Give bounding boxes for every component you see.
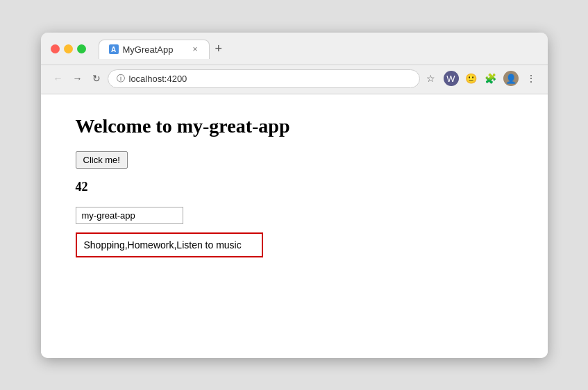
page-title: Welcome to my-great-app [76,115,513,137]
avatar-icon[interactable]: W [444,71,459,86]
counter-display: 42 [76,180,513,194]
minimize-window-button[interactable] [64,44,73,53]
emoji-icon[interactable]: 🙂 [464,71,478,85]
refresh-button[interactable]: ↻ [90,71,103,85]
tab-close-button[interactable]: × [191,44,199,54]
browser-window: A MyGreatApp × + ← → ↻ ⓘ localhost:4200 … [41,33,548,358]
maximize-window-button[interactable] [77,44,86,53]
active-tab[interactable]: A MyGreatApp × [99,40,210,59]
lock-icon: ⓘ [117,73,125,85]
url-bar[interactable]: ⓘ localhost:4200 [108,69,420,88]
bookmark-icon[interactable]: ☆ [424,71,438,85]
profile-icon[interactable]: 👤 [503,71,519,86]
title-bar-top: A MyGreatApp × + [51,40,538,59]
app-name-input[interactable] [76,207,183,224]
tab-favicon-icon: A [109,44,119,54]
menu-icon[interactable]: ⋮ [524,71,538,85]
todo-list-display: Shopping,Homework,Listen to music [76,232,263,257]
extensions-icon[interactable]: 🧩 [484,71,498,85]
page-content: Welcome to my-great-app Click me! 42 Sho… [41,94,548,358]
close-window-button[interactable] [51,44,60,53]
url-text: localhost:4200 [129,74,187,84]
address-bar: ← → ↻ ⓘ localhost:4200 ☆ W 🙂 🧩 👤 ⋮ [41,65,548,94]
click-me-button[interactable]: Click me! [76,151,128,169]
title-bar: A MyGreatApp × + [41,33,548,65]
window-controls [51,44,86,53]
new-tab-button[interactable]: + [210,42,228,56]
forward-button[interactable]: → [70,71,85,85]
back-button[interactable]: ← [51,71,66,85]
tab-bar: A MyGreatApp × + [99,40,228,59]
browser-toolbar-icons: ☆ W 🙂 🧩 👤 ⋮ [424,71,538,86]
tab-label: MyGreatApp [123,44,187,55]
